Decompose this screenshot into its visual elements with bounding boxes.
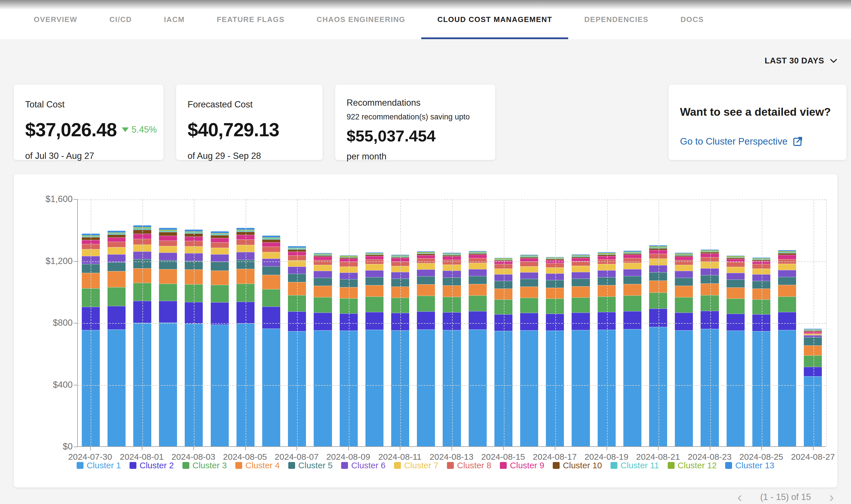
bar-segment-cluster-4[interactable] [675,286,693,297]
bar-segment-cluster-4[interactable] [107,271,125,287]
bar-segment-cluster-6[interactable] [623,269,641,276]
bar-2024-08-10[interactable] [365,252,383,446]
bar-segment-cluster-6[interactable] [469,269,487,276]
legend-item-cluster-10[interactable]: Cluster 10 [553,461,602,470]
bar-segment-cluster-1[interactable] [752,331,770,446]
tab-iacm[interactable]: IACM [148,0,201,39]
bar-segment-cluster-8[interactable] [159,240,177,246]
pagination-prev-icon[interactable]: ‹ [737,490,742,504]
bar-segment-cluster-6[interactable] [442,271,461,277]
bar-segment-cluster-7[interactable] [598,264,616,270]
bar-segment-cluster-6[interactable] [649,265,667,272]
legend-item-cluster-9[interactable]: Cluster 9 [500,461,544,470]
legend-item-cluster-2[interactable]: Cluster 2 [129,461,174,470]
bar-segment-cluster-2[interactable] [572,312,590,330]
bar-segment-cluster-1[interactable] [546,330,564,446]
bar-segment-cluster-5[interactable] [700,275,718,284]
bar-segment-cluster-7[interactable] [727,267,745,273]
bar-segment-cluster-2[interactable] [752,314,770,331]
bar-segment-cluster-9[interactable] [314,256,332,260]
bar-segment-cluster-7[interactable] [314,265,332,271]
bar-segment-cluster-1[interactable] [649,327,667,446]
bar-segment-cluster-5[interactable] [494,281,513,289]
bar-2024-08-16[interactable] [520,255,538,446]
bar-segment-cluster-5[interactable] [469,276,487,284]
bar-segment-cluster-5[interactable] [107,262,125,271]
tab-chaos-engineering[interactable]: CHAOS ENGINEERING [300,0,421,39]
bar-segment-cluster-4[interactable] [546,288,564,299]
bar-segment-cluster-10[interactable] [159,232,177,236]
bar-segment-cluster-7[interactable] [623,263,641,269]
bar-segment-cluster-1[interactable] [572,330,590,446]
bar-2024-08-14[interactable] [469,251,487,446]
bar-segment-cluster-4[interactable] [804,345,822,356]
bar-segment-cluster-7[interactable] [159,246,177,253]
bar-segment-cluster-4[interactable] [598,285,616,296]
bar-segment-cluster-5[interactable] [314,278,332,286]
bar-segment-cluster-2[interactable] [546,314,564,331]
bar-segment-cluster-4[interactable] [520,287,538,298]
bar-segment-cluster-6[interactable] [417,269,435,276]
bar-segment-cluster-2[interactable] [107,306,125,329]
bar-segment-cluster-8[interactable] [649,254,667,258]
bar-segment-cluster-5[interactable] [572,278,590,287]
bar-segment-cluster-8[interactable] [623,258,641,263]
bar-segment-cluster-6[interactable] [159,253,177,260]
pagination-next-icon[interactable]: › [829,490,834,504]
bar-segment-cluster-6[interactable] [727,273,745,280]
bar-segment-cluster-5[interactable] [365,277,383,285]
bar-segment-cluster-5[interactable] [727,280,745,287]
bar-segment-cluster-7[interactable] [572,266,590,272]
bar-2024-08-22[interactable] [675,253,693,446]
tab-docs[interactable]: DOCS [664,0,720,39]
bar-segment-cluster-7[interactable] [262,252,280,258]
tab-feature-flags[interactable]: FEATURE FLAGS [201,0,300,39]
bar-segment-cluster-9[interactable] [675,256,693,260]
bar-segment-cluster-8[interactable] [417,258,435,263]
tab-dependencies[interactable]: DEPENDENCIES [568,0,664,39]
bar-segment-cluster-1[interactable] [417,329,435,446]
bar-segment-cluster-7[interactable] [107,247,125,254]
bar-segment-cluster-1[interactable] [520,330,538,446]
bar-segment-cluster-8[interactable] [107,242,125,247]
bar-segment-cluster-6[interactable] [365,270,383,277]
bar-segment-cluster-7[interactable] [675,265,693,271]
bar-segment-cluster-3[interactable] [700,295,718,311]
bar-segment-cluster-3[interactable] [159,284,177,301]
bar-segment-cluster-9[interactable] [778,255,796,259]
bar-segment-cluster-9[interactable] [211,238,229,242]
bar-segment-cluster-1[interactable] [675,330,693,446]
bar-segment-cluster-1[interactable] [700,329,718,446]
bar-segment-cluster-3[interactable] [520,298,538,313]
bar-segment-cluster-6[interactable] [572,272,590,278]
bar-segment-cluster-7[interactable] [700,262,718,268]
bar-segment-cluster-6[interactable] [211,254,229,262]
bar-segment-cluster-9[interactable] [107,237,125,242]
bar-segment-cluster-4[interactable] [778,285,796,296]
bar-segment-cluster-4[interactable] [623,284,641,296]
bar-segment-cluster-1[interactable] [469,329,487,446]
time-range-dropdown[interactable]: LAST 30 DAYS [765,56,837,66]
bar-segment-cluster-2[interactable] [727,314,745,331]
bar-segment-cluster-1[interactable] [598,330,616,446]
bar-segment-cluster-4[interactable] [752,289,770,300]
legend-item-cluster-11[interactable]: Cluster 11 [610,461,659,470]
bar-segment-cluster-7[interactable] [417,263,435,269]
bar-2024-08-02[interactable] [159,228,177,446]
bar-segment-cluster-2[interactable] [442,312,461,330]
bar-segment-cluster-2[interactable] [700,311,718,329]
bar-2024-08-04[interactable] [211,231,229,446]
bar-segment-cluster-2[interactable] [159,301,177,323]
bar-segment-cluster-1[interactable] [727,330,745,446]
bar-segment-cluster-7[interactable] [778,264,796,270]
bar-segment-cluster-3[interactable] [675,297,693,312]
bar-segment-cluster-2[interactable] [804,367,822,377]
bar-segment-cluster-2[interactable] [262,307,280,328]
bar-2024-08-15[interactable] [494,258,513,446]
bar-segment-cluster-4[interactable] [314,286,332,297]
bar-segment-cluster-9[interactable] [649,250,667,254]
bar-segment-cluster-3[interactable] [314,297,332,312]
legend-item-cluster-13[interactable]: Cluster 13 [725,461,775,470]
bar-segment-cluster-8[interactable] [727,262,745,267]
bar-segment-cluster-8[interactable] [675,260,693,265]
